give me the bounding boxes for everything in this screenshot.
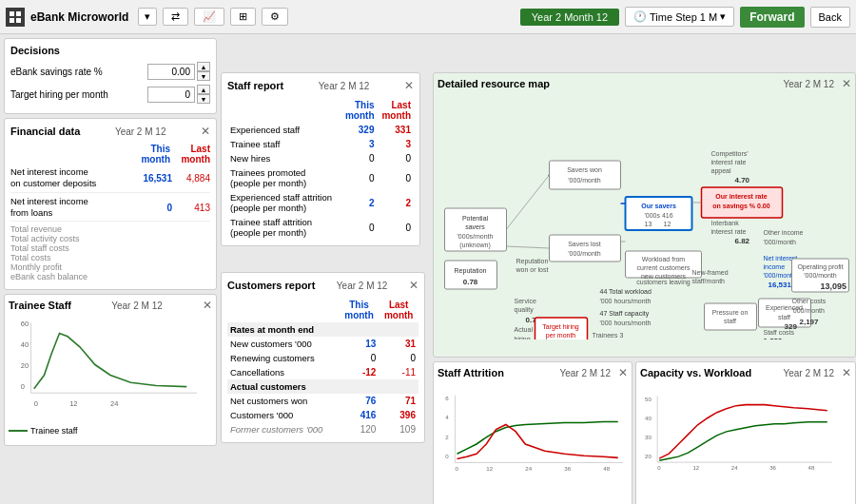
svg-text:6: 6 <box>445 395 449 401</box>
capacity-title: Capacity vs. Workload <box>640 367 751 378</box>
table-row: Trainee staff attrition(people per month… <box>227 215 414 240</box>
svg-text:Interbank: Interbank <box>711 220 740 226</box>
svg-text:13,095: 13,095 <box>821 281 847 291</box>
svg-text:Target hiring: Target hiring <box>542 323 579 331</box>
table-row: Customers '000 416 396 <box>227 408 418 422</box>
table-row: Actual customers <box>227 379 418 394</box>
capacity-close[interactable]: ✕ <box>842 366 851 379</box>
trainee-title: Trainee Staff <box>9 300 71 311</box>
svg-rect-2 <box>10 18 14 23</box>
table-row: Experienced staff 329 331 <box>227 123 414 137</box>
hiring-label: Target hiring per month <box>10 89 147 100</box>
savings-rate-label: eBank savings rate % <box>10 67 147 77</box>
svg-text:50: 50 <box>645 397 652 402</box>
resource-map-svg: Potential savers '000s/month (unknown) R… <box>438 94 851 339</box>
attrition-title: Staff Attrition <box>438 367 504 378</box>
staff-report-close[interactable]: ✕ <box>404 79 414 92</box>
attrition-close[interactable]: ✕ <box>618 366 628 379</box>
trainee-year: Year 2 M 12 <box>111 300 163 311</box>
svg-text:0: 0 <box>455 465 458 472</box>
svg-text:Other costs: Other costs <box>792 298 827 304</box>
hiring-spinner: ▲ ▼ <box>197 85 210 104</box>
actual-header: Actual customers <box>227 379 418 394</box>
svg-text:customers leaving: customers leaving <box>636 279 691 286</box>
svg-text:'000/month: '000/month <box>568 250 601 257</box>
svg-text:'000s 416: '000s 416 <box>644 212 672 219</box>
financial-close[interactable]: ✕ <box>201 125 210 138</box>
staff-report-panel: Staff report Year 2 M 12 ✕ Thismonth Las… <box>221 72 420 246</box>
svg-rect-34 <box>550 235 621 262</box>
table-row: Cancellations -12 -11 <box>227 365 418 379</box>
grid-btn[interactable]: ⊞ <box>230 8 256 26</box>
chart-btn[interactable]: 📈 <box>194 8 224 26</box>
svg-text:Our interest rate: Our interest rate <box>715 193 768 200</box>
trainee-close[interactable]: ✕ <box>203 299 212 312</box>
svg-text:income: income <box>764 263 786 270</box>
savings-rate-input[interactable] <box>147 64 195 80</box>
svg-text:Workload from: Workload from <box>642 256 686 262</box>
fin-col-last: Lastmonth <box>172 144 210 165</box>
attrition-year: Year 2 M 12 <box>559 368 611 378</box>
svg-text:2: 2 <box>445 434 449 440</box>
svg-text:staff: staff <box>724 318 736 324</box>
customers-close[interactable]: ✕ <box>409 279 418 292</box>
clock-icon: 🕐 <box>633 10 647 23</box>
svg-text:'000/month: '000/month <box>764 272 797 279</box>
settings-btn[interactable]: ⚙ <box>262 8 288 26</box>
table-row: Trainee staff 3 3 <box>227 137 414 151</box>
chevron-down-icon: ▾ <box>720 10 726 23</box>
svg-text:12: 12 <box>693 465 700 471</box>
svg-text:36: 36 <box>564 465 571 472</box>
staff-report-table: Thismonth Lastmonth Experienced staff 32… <box>227 98 414 240</box>
svg-text:0.78: 0.78 <box>463 278 478 286</box>
resource-map-panel: Detailed resource map Year 2 M 12 ✕ Pote… <box>433 72 856 358</box>
svg-text:(unknown): (unknown) <box>459 242 491 249</box>
resource-map-year: Year 2 M 12 <box>783 79 834 89</box>
decisions-panel: Decisions eBank savings rate % ▲ ▼ Targe… <box>4 38 217 114</box>
svg-text:40: 40 <box>21 340 29 349</box>
fin-more-rows: Total revenue Total activity costs Total… <box>10 224 210 281</box>
topbar: eBank Microworld ▾ ⇄ 📈 ⊞ ⚙ Year 2 Month … <box>0 0 856 34</box>
app-dropdown[interactable]: ▾ <box>138 8 157 26</box>
share-btn[interactable]: ⇄ <box>163 8 188 26</box>
svg-text:hiring: hiring <box>515 336 531 339</box>
svg-text:16,531: 16,531 <box>768 281 792 289</box>
fin-label-0: Net interest incomeon customer deposits <box>10 166 125 190</box>
staff-col-this: Thismonth <box>340 98 377 123</box>
trainee-panel: Trainee Staff Year 2 M 12 ✕ 60 40 20 0 0… <box>4 294 217 446</box>
svg-text:12: 12 <box>69 400 77 409</box>
forward-button[interactable]: Forward <box>740 7 804 28</box>
hiring-input[interactable] <box>147 87 195 103</box>
svg-text:Potential: Potential <box>462 215 489 222</box>
svg-text:0: 0 <box>34 400 38 409</box>
svg-text:'000/month: '000/month <box>764 239 797 245</box>
time-step-btn[interactable]: 🕐 Time Step 1 M ▾ <box>625 7 734 27</box>
savings-rate-down[interactable]: ▼ <box>197 71 210 81</box>
svg-text:on savings % 0.00: on savings % 0.00 <box>712 203 769 210</box>
savings-rate-up[interactable]: ▲ <box>197 62 210 71</box>
svg-text:24: 24 <box>731 465 738 471</box>
svg-text:40: 40 <box>645 416 652 421</box>
fin-col-this: Thismonth <box>123 144 170 165</box>
customers-col-last: Lastmonth <box>379 298 418 322</box>
decisions-title: Decisions <box>10 45 60 56</box>
resource-map-close[interactable]: ✕ <box>842 77 851 90</box>
table-row: Former customers '000 120 109 <box>227 422 418 436</box>
hiring-up[interactable]: ▲ <box>197 85 210 94</box>
hiring-down[interactable]: ▼ <box>197 94 210 104</box>
capacity-chart-panel: Capacity vs. Workload Year 2 M 12 ✕ 50 4… <box>635 361 856 504</box>
table-row: Renewing customers 0 0 <box>227 351 418 365</box>
year-badge: Year 2 Month 12 <box>520 9 619 26</box>
svg-text:30: 30 <box>645 435 652 440</box>
back-button[interactable]: Back <box>810 7 850 28</box>
svg-text:current customers: current customers <box>636 264 691 271</box>
attrition-chart-panel: Staff Attrition Year 2 M 12 ✕ 6 4 2 0 0 … <box>433 361 632 504</box>
svg-text:6.82: 6.82 <box>735 237 750 245</box>
svg-line-88 <box>507 246 550 248</box>
table-row: Rates at month end <box>227 322 418 337</box>
svg-text:20: 20 <box>21 361 29 370</box>
svg-text:12: 12 <box>664 221 671 227</box>
svg-text:1,239: 1,239 <box>764 337 784 339</box>
hiring-row: Target hiring per month ▲ ▼ <box>10 85 210 104</box>
trainee-legend: Trainee staff <box>9 426 212 436</box>
